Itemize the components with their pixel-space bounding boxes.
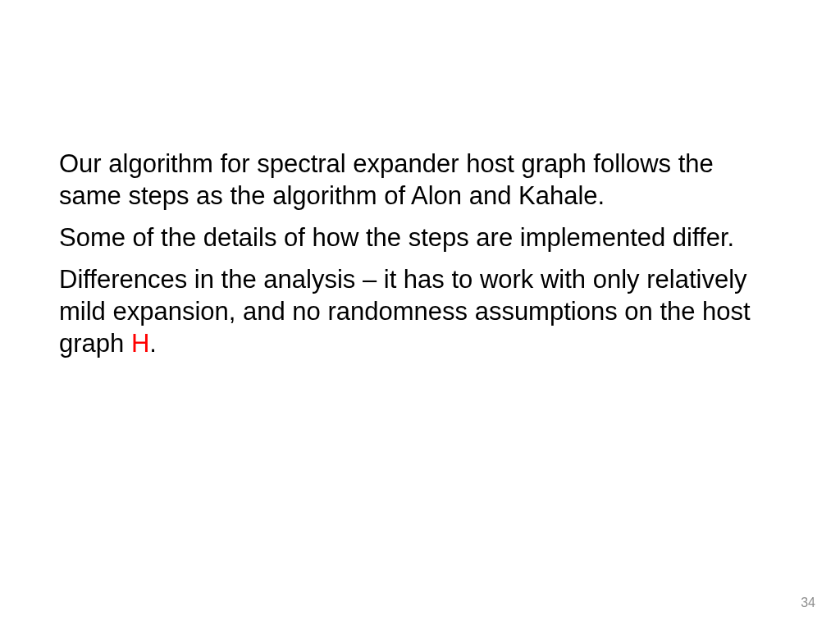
slide-content: Our algorithm for spectral expander host… — [0, 0, 840, 359]
paragraph-2: Some of the details of how the steps are… — [59, 221, 781, 253]
page-number: 34 — [801, 596, 815, 610]
paragraph-3-prefix: Differences in the analysis – it has to … — [59, 265, 751, 358]
highlight-h: H — [131, 329, 149, 358]
paragraph-3: Differences in the analysis – it has to … — [59, 263, 781, 359]
paragraph-1: Our algorithm for spectral expander host… — [59, 148, 781, 212]
paragraph-3-suffix: . — [149, 329, 157, 358]
